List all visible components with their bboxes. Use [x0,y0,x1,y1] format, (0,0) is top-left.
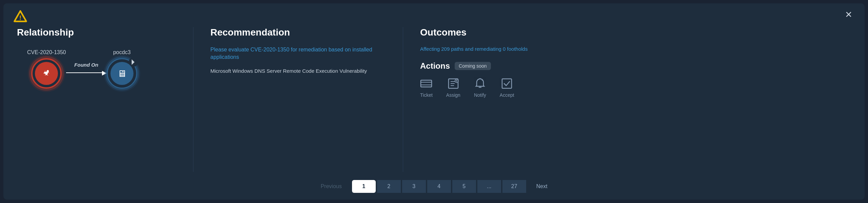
play-badge-icon: ⏵ [129,57,138,67]
coming-soon-badge: Coming soon [455,62,491,70]
cve-label: CVE-2020-1350 [27,49,66,55]
page-27-button[interactable]: 27 [502,180,526,193]
svg-text:☣: ☣ [43,69,50,77]
page-5-button[interactable]: 5 [452,180,476,193]
cve-inner: ☣ [35,62,58,85]
svg-rect-4 [421,80,432,87]
host-node-group: pocdc3 ⏵ 🖥 [107,49,137,89]
arrow-container: Found On ▶ [66,62,107,76]
accept-icon [501,77,513,90]
cve-node-group: CVE-2020-1350 ☣ [27,49,66,89]
ticket-label: Ticket [420,92,433,98]
outcomes-title: Outcomes [420,27,851,38]
logo-icon: ! [13,9,28,24]
actions-header: Actions Coming soon [420,61,851,71]
pagination-bar: Previous 1 2 3 4 5 ... 27 Next [3,175,865,200]
next-button[interactable]: Next [528,180,556,193]
outcomes-link[interactable]: Affecting 209 paths and remediating 0 fo… [420,46,851,52]
actions-title: Actions [420,61,450,71]
recommendation-description: Microsoft Windows DNS Server Remote Code… [210,67,386,75]
outcomes-panel: Outcomes Affecting 209 paths and remedia… [403,27,851,172]
accept-label: Accept [500,92,514,98]
page-3-button[interactable]: 3 [402,180,426,193]
host-label: pocdc3 [113,49,131,55]
recommendation-panel: Recommendation Please evaluate CVE-2020-… [193,27,403,172]
page-4-button[interactable]: 4 [427,180,451,193]
modal: ! ✕ Relationship CVE-2020-1350 [3,3,865,200]
actions-row: Ticket Assign [420,77,851,98]
previous-button[interactable]: Previous [312,180,350,193]
svg-rect-17 [502,79,512,88]
close-button[interactable]: ✕ [842,9,855,20]
relationship-title: Relationship [17,27,193,38]
accept-action[interactable]: Accept [500,77,514,98]
cve-node: ☣ [31,58,62,89]
recommendation-title: Recommendation [210,27,386,38]
host-node: ⏵ 🖥 [107,58,137,89]
assign-icon [447,77,459,90]
svg-text:!: ! [19,15,21,21]
ellipsis-button: ... [477,180,501,193]
page-2-button[interactable]: 2 [377,180,401,193]
notify-action[interactable]: Notify [474,77,486,98]
recommendation-link[interactable]: Please evaluate CVE-2020-1350 for remedi… [210,46,386,61]
monitor-icon: 🖥 [117,68,127,79]
biohazard-icon: ☣ [40,67,53,80]
ticket-action[interactable]: Ticket [420,77,433,98]
assign-label: Assign [446,92,460,98]
page-1-button[interactable]: 1 [352,180,376,193]
content-area: Relationship CVE-2020-1350 [3,27,865,175]
relationship-diagram: CVE-2020-1350 ☣ [17,49,193,89]
relationship-panel: Relationship CVE-2020-1350 [17,27,193,172]
top-bar: ! ✕ [3,3,865,27]
arrow-head-icon: ▶ [102,69,107,76]
notify-icon [474,77,486,90]
arrow-label: Found On [74,62,98,68]
assign-action[interactable]: Assign [446,77,460,98]
ticket-icon [420,77,432,90]
arrow-line: ▶ [66,69,107,76]
notify-label: Notify [474,92,486,98]
